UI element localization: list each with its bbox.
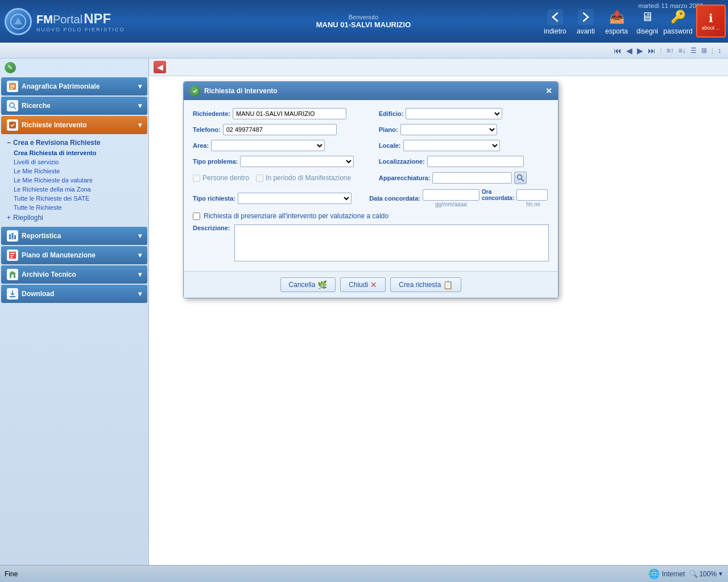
ora-concordata-label: Ora xyxy=(482,189,514,195)
indietro-label: indietro xyxy=(544,27,566,35)
ora-concordata-label2: concordata: xyxy=(482,195,514,201)
crea-richiesta-button[interactable]: Crea richiesta 📋 xyxy=(390,277,461,292)
svg-rect-17 xyxy=(11,275,14,278)
locale-select[interactable] xyxy=(403,140,500,151)
svg-rect-10 xyxy=(9,234,11,239)
dialog-icon xyxy=(189,85,201,97)
richieste-content: − Crea e Revisiona Richieste Crea Richie… xyxy=(0,135,148,226)
dialog-close-button[interactable]: ✕ xyxy=(545,86,552,95)
riepiloghi-group[interactable]: + Riepiloghi xyxy=(5,212,144,223)
chiudi-button[interactable]: Chiudi ✕ xyxy=(340,277,386,292)
presenziare-checkbox[interactable] xyxy=(193,213,200,220)
date-hint: gg/mm/aaaa xyxy=(423,201,479,207)
row-richiedente: Richiedente: Edificio: xyxy=(193,108,549,119)
sidebar-header-anagrafica[interactable]: Anagrafica Patrimoniale ▾ xyxy=(1,77,147,95)
indietro-button[interactable]: indietro xyxy=(540,6,570,38)
data-concordata-input[interactable] xyxy=(423,189,479,201)
edificio-select[interactable] xyxy=(406,108,502,119)
about-button[interactable]: ℹ about ... xyxy=(696,5,726,38)
link-richieste-zona[interactable]: Le Richieste della mia Zona xyxy=(5,185,144,194)
link-livelli[interactable]: Livelli di servizio xyxy=(5,157,144,167)
logo-portal: Portal xyxy=(53,13,82,26)
esporta-button[interactable]: 📤 esporta xyxy=(602,6,631,38)
col-tipo-problema: Tipo problema: xyxy=(193,156,363,167)
persone-dentro-checkbox[interactable] xyxy=(193,174,200,182)
localizzazione-label: Localizzazione: xyxy=(379,158,425,165)
tipo-richiesta-select[interactable] xyxy=(238,193,351,204)
descrizione-textarea[interactable] xyxy=(234,225,549,261)
welcome-label: Benvenuto xyxy=(187,14,540,20)
svg-rect-16 xyxy=(10,257,13,258)
dialog-footer: Cancella 🌿 Chiudi ✕ Crea richiesta 📋 xyxy=(184,271,558,298)
col-richiedente: Richiedente: xyxy=(193,108,363,119)
apparecchiatura-search-button[interactable] xyxy=(514,172,527,184)
richieste-icon xyxy=(7,119,18,131)
link-tutte[interactable]: Tutte le Richieste xyxy=(5,203,144,212)
download-arrow: ▾ xyxy=(138,290,142,298)
apparecchiatura-input[interactable] xyxy=(432,172,512,184)
content-area: ◀ Richiesta di Intervento ✕ xyxy=(149,59,728,565)
svg-rect-12 xyxy=(14,235,16,239)
nav-first-button[interactable]: ⏮ xyxy=(611,45,624,56)
sidebar-header-ricerche[interactable]: Ricerche ▾ xyxy=(1,97,147,115)
indietro-icon xyxy=(546,8,564,26)
username-label: MANU 01-SALVI MAURIZIO xyxy=(187,20,540,29)
piano-label: Piano: xyxy=(379,126,398,133)
sort-asc-button[interactable]: ≡↑ xyxy=(664,45,676,56)
riepiloghi-expand-icon: + xyxy=(7,214,11,222)
about-label: about ... xyxy=(702,25,721,31)
filter-button[interactable]: ⊞ xyxy=(699,45,709,56)
svg-rect-11 xyxy=(12,233,14,239)
sidebar-header-reportistica[interactable]: Reportistica ▾ xyxy=(1,227,147,245)
ora-concordata-input[interactable] xyxy=(516,189,548,201)
col-apparecchiatura: Apparecchiatura: xyxy=(379,172,549,184)
back-button[interactable]: ◀ xyxy=(154,61,166,73)
scrollbar-button[interactable]: ↕ xyxy=(715,45,723,56)
avanti-label: avanti xyxy=(577,27,595,35)
disegni-button[interactable]: 🖥 disegni xyxy=(632,6,662,38)
cancella-button[interactable]: Cancella 🌿 xyxy=(280,277,336,292)
zoom-dropdown-icon[interactable]: ▼ xyxy=(718,571,723,577)
avanti-button[interactable]: avanti xyxy=(571,6,601,38)
sidebar-section-download: Download ▾ xyxy=(0,285,148,303)
nav-prev-button[interactable]: ◀ xyxy=(624,45,635,56)
logo-subtitle: NUOVO POLO FIERISTICO xyxy=(36,27,125,32)
sidebar-section-reportistica: Reportistica ▾ xyxy=(0,227,148,245)
telefono-input[interactable] xyxy=(223,124,337,135)
periodo-manifestazione-label: In periodo di Manifestazione xyxy=(266,174,351,182)
zoom-icon: 🔍 xyxy=(689,570,698,578)
nav-last-button[interactable]: ⏭ xyxy=(646,45,658,56)
link-crea-richiesta[interactable]: Crea Richiesta di intervento xyxy=(5,148,144,157)
link-mie-richieste-valutare[interactable]: Le Mie Richieste da valutare xyxy=(5,176,144,185)
crea-group[interactable]: − Crea e Revisiona Richieste xyxy=(5,137,144,148)
nav-next-button[interactable]: ▶ xyxy=(635,45,646,56)
sort-desc-button[interactable]: ≡↓ xyxy=(676,45,688,56)
sidebar-header-download[interactable]: Download ▾ xyxy=(1,285,147,303)
link-mie-richieste[interactable]: Le Mie Richieste xyxy=(5,167,144,176)
piano-select[interactable] xyxy=(400,124,497,135)
tipo-problema-select[interactable] xyxy=(240,156,354,167)
sidebar-header-richieste[interactable]: Richieste Intervento ▾ xyxy=(1,116,147,134)
richiedente-input[interactable] xyxy=(233,108,346,119)
edificio-label: Edificio: xyxy=(379,110,403,117)
area-select[interactable] xyxy=(211,140,325,151)
svg-line-20 xyxy=(522,179,524,182)
localizzazione-input[interactable] xyxy=(427,156,524,167)
dialog-title: Richiesta di Intervento xyxy=(204,87,278,95)
password-icon: 🔑 xyxy=(669,8,687,26)
main-layout: ✎ Anagrafica Patrimoniale ▾ xyxy=(0,59,728,565)
piano-arrow: ▾ xyxy=(138,251,142,259)
sidebar-header-piano[interactable]: Piano di Manutenzione ▾ xyxy=(1,246,147,264)
topbar: FM Portal NPF NUOVO POLO FIERISTICO Benv… xyxy=(0,0,728,43)
svg-rect-14 xyxy=(10,253,15,254)
link-tutte-sate[interactable]: Tutte le Richieste dei SATE xyxy=(5,194,144,203)
periodo-manifestazione-checkbox[interactable] xyxy=(256,174,263,182)
list-button[interactable]: ☰ xyxy=(688,45,699,56)
password-button[interactable]: 🔑 password xyxy=(663,6,693,38)
svg-point-7 xyxy=(10,103,14,107)
riepiloghi-label: Riepiloghi xyxy=(13,214,43,222)
presenziare-label: Richiesta di presenziare all'intervento … xyxy=(204,212,388,220)
tipo-richiesta-label: Tipo richiesta: xyxy=(193,195,235,202)
row-tipo-richiesta: Tipo richiesta: Data concordata: Ora xyxy=(193,189,549,207)
sidebar-header-archivio[interactable]: Archivio Tecnico ▾ xyxy=(1,265,147,284)
